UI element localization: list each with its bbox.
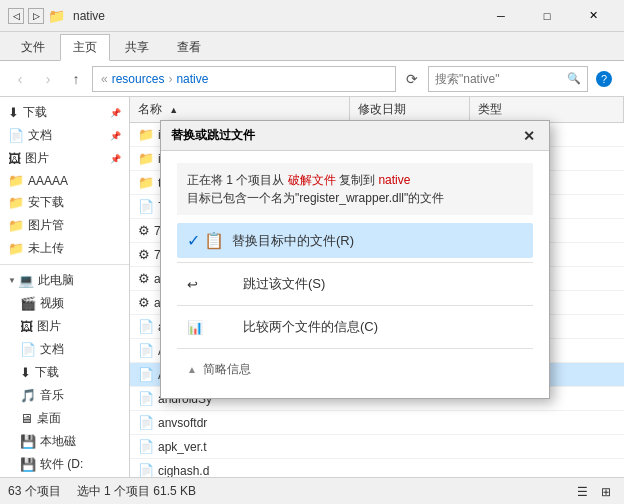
skip-icon-spacer: ↩ xyxy=(187,277,215,292)
dialog-overlay: 爱纯净版 替换或跳过文件 ✕ 正在将 1 个项目从 破解文件 复制到 nativ… xyxy=(0,0,624,504)
compare-option[interactable]: 📊 比较两个文件的信息(C) xyxy=(177,310,533,344)
dialog-info-line2: 复制到 xyxy=(339,173,375,187)
dialog-info-row: 正在将 1 个项目从 破解文件 复制到 native 目标已包含一个名为"reg… xyxy=(177,163,533,215)
dialog-titlebar: 替换或跳过文件 ✕ xyxy=(161,121,549,151)
summary-button[interactable]: ▲ 简略信息 xyxy=(177,353,533,386)
replace-icon: 📋 xyxy=(204,231,232,250)
summary-label: 简略信息 xyxy=(203,361,251,378)
dialog-close-button[interactable]: ✕ xyxy=(519,126,539,146)
chevron-icon: ▲ xyxy=(187,364,197,375)
replace-option[interactable]: ✓ 📋 替换目标中的文件(R) xyxy=(177,223,533,258)
dialog-separator-3 xyxy=(177,348,533,349)
replace-option-label: 替换目标中的文件(R) xyxy=(232,232,354,250)
dialog-separator-2 xyxy=(177,305,533,306)
compare-option-label: 比较两个文件的信息(C) xyxy=(243,318,378,336)
check-icon: ✓ xyxy=(187,231,200,250)
dialog-body: 正在将 1 个项目从 破解文件 复制到 native 目标已包含一个名为"reg… xyxy=(161,151,549,398)
dialog-separator xyxy=(177,262,533,263)
compare-icon-spacer: 📊 xyxy=(187,320,215,335)
dialog-title: 替换或跳过文件 xyxy=(171,127,255,144)
dialog-info-source: 破解文件 xyxy=(288,173,336,187)
dialog-info-dest: native xyxy=(378,173,410,187)
dialog-info-line1: 正在将 1 个项目从 xyxy=(187,173,284,187)
replace-dialog: 替换或跳过文件 ✕ 正在将 1 个项目从 破解文件 复制到 native 目标已… xyxy=(160,120,550,399)
skip-option-label: 跳过该文件(S) xyxy=(243,275,325,293)
skip-option[interactable]: ↩ 跳过该文件(S) xyxy=(177,267,533,301)
dialog-info-warn: 目标已包含一个名为"register_wrapper.dll"的文件 xyxy=(187,191,444,205)
